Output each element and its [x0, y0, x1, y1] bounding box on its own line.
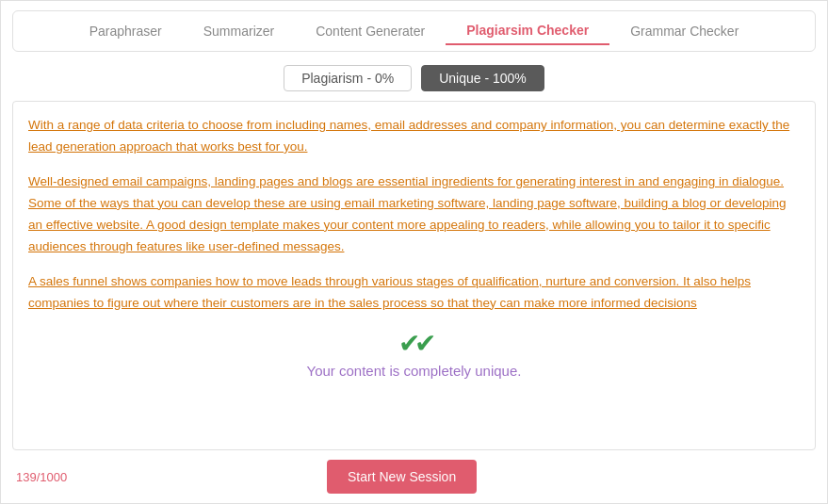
- tab-summarizer[interactable]: Summarizer: [183, 18, 295, 44]
- paragraph-2: Well-designed email campaigns, landing p…: [28, 171, 800, 258]
- footer: 139/1000 Start New Session: [1, 450, 827, 503]
- unique-badge[interactable]: Unique - 100%: [421, 65, 544, 91]
- badge-row: Plagiarism - 0% Unique - 100%: [1, 65, 827, 91]
- paragraph-1-text: With a range of data criteria to choose …: [28, 115, 800, 158]
- tab-content-generater[interactable]: Content Generater: [295, 18, 446, 44]
- unique-message: Your content is completely unique.: [28, 363, 800, 379]
- checkmark-area: ✔✔: [28, 328, 800, 359]
- paragraph-3-text: A sales funnel shows companies how to mo…: [28, 271, 800, 315]
- word-count: 139/1000: [16, 470, 67, 484]
- tab-plagiarism-checker[interactable]: Plagiarsim Checker: [446, 17, 609, 45]
- paragraph-1: With a range of data criteria to choose …: [28, 115, 800, 158]
- content-area: With a range of data criteria to choose …: [12, 101, 816, 450]
- tab-grammar-checker[interactable]: Grammar Checker: [609, 18, 759, 44]
- double-check-icon: ✔✔: [398, 328, 430, 359]
- plagiarism-badge[interactable]: Plagiarism - 0%: [284, 65, 412, 91]
- paragraph-2-text: Well-designed email campaigns, landing p…: [28, 171, 800, 258]
- tab-paraphraser[interactable]: Paraphraser: [69, 18, 183, 44]
- start-new-session-button[interactable]: Start New Session: [327, 460, 477, 494]
- tab-bar: Paraphraser Summarizer Content Generater…: [12, 10, 816, 52]
- paragraph-3: A sales funnel shows companies how to mo…: [28, 271, 800, 315]
